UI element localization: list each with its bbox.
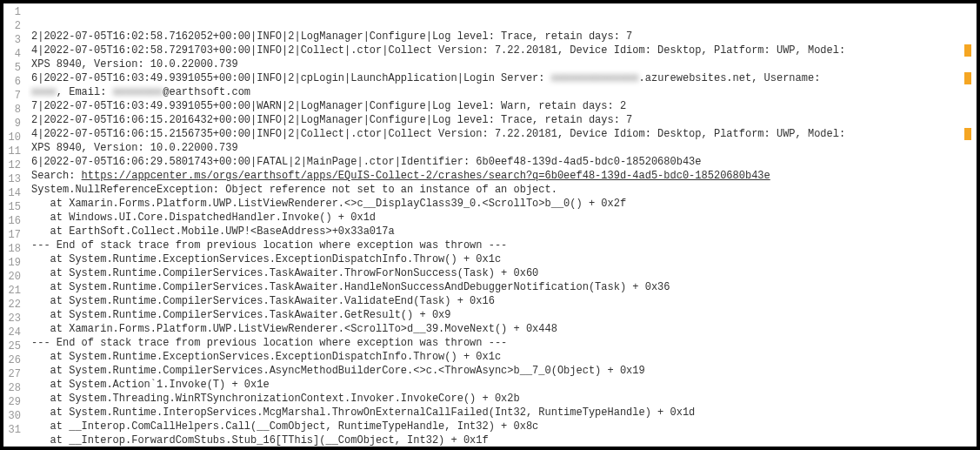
warning-marker-icon	[964, 44, 971, 57]
log-line: at System.Runtime.CompilerServices.TaskA…	[31, 308, 973, 322]
log-text: --- End of stack trace from previous loc…	[31, 239, 507, 252]
line-number: 24	[7, 326, 21, 339]
log-line: System.NullReferenceException: Object re…	[31, 183, 973, 197]
log-text: at System.Runtime.InteropServices.McgMar…	[31, 406, 695, 419]
log-line: --- End of stack trace from previous loc…	[31, 238, 973, 252]
search-link[interactable]: https://appcenter.ms/orgs/earthsoft/apps…	[82, 170, 770, 182]
line-number: 14	[7, 186, 21, 200]
line-number: 17	[7, 228, 21, 242]
log-text: at System.Runtime.ExceptionServices.Exce…	[31, 253, 501, 265]
log-text: at System.Runtime.CompilerServices.TaskA…	[31, 309, 450, 321]
log-text: at __Interop.ForwardComStubs.Stub_16[TTh…	[31, 434, 489, 447]
log-text: 2|2022-07-05T16:02:58.7162052+00:00|INFO…	[31, 30, 632, 43]
log-line: at System.Runtime.InteropServices.McgMar…	[31, 406, 973, 420]
log-text: .azurewebsites.net, Username:	[639, 72, 827, 84]
log-text: 2|2022-07-05T16:06:15.2016432+00:00|INFO…	[31, 114, 632, 126]
line-number: 13	[7, 172, 21, 186]
line-number: 11	[7, 144, 21, 158]
log-line: 6|2022-07-05T16:06:29.5801743+00:00|FATA…	[31, 155, 973, 169]
line-number: 7	[7, 89, 21, 103]
line-number: 12	[7, 158, 21, 172]
line-number: 16	[7, 214, 21, 228]
line-number: 5	[7, 61, 21, 75]
log-text: 6|2022-07-05T16:03:49.9391055+00:00|INFO…	[31, 72, 551, 84]
log-text: at __Interop.ComCallHelpers.Call(__ComOb…	[31, 420, 538, 433]
log-text: at Windows.UI.Core.DispatchedHandler.Inv…	[31, 212, 376, 224]
line-number: 9	[7, 117, 21, 131]
line-number-gutter: 1234567891011121314151617181920212223242…	[3, 3, 28, 447]
log-line: at System.Runtime.CompilerServices.TaskA…	[31, 266, 973, 280]
line-number: 20	[7, 270, 21, 284]
log-line: 6|2022-07-05T16:03:49.9391055+00:00|INFO…	[31, 71, 973, 85]
line-number: 6	[7, 75, 21, 89]
line-number: 23	[7, 312, 21, 326]
log-line: 2|2022-07-05T16:06:15.2016432+00:00|INFO…	[31, 113, 973, 127]
log-line: 4|2022-07-05T16:02:58.7291703+00:00|INFO…	[31, 44, 973, 57]
log-line: at __Interop.ComCallHelpers.Call(__ComOb…	[31, 420, 973, 433]
line-number: 30	[7, 409, 21, 423]
line-number: 29	[7, 395, 21, 409]
log-line: at System.Action`1.Invoke(T) + 0x1e	[31, 378, 973, 392]
log-text: at System.Threading.WinRTSynchronization…	[31, 393, 520, 405]
log-line: XPS 8940, Version: 10.0.22000.739	[31, 57, 973, 71]
log-line: at Windows.UI.Core.DispatchedHandler.Inv…	[31, 211, 973, 225]
line-number: 27	[7, 367, 21, 381]
line-number: 25	[7, 339, 21, 353]
line-number: 8	[7, 103, 21, 117]
log-text: at System.Runtime.ExceptionServices.Exce…	[31, 351, 501, 363]
redacted-text: xxxx	[31, 85, 57, 99]
log-text: @earthsoft.com	[163, 86, 250, 98]
log-line: at System.Runtime.ExceptionServices.Exce…	[31, 252, 973, 266]
log-line: 7|2022-07-05T16:03:49.9391055+00:00|WARN…	[31, 99, 973, 113]
log-content[interactable]: 2|2022-07-05T16:02:58.7162052+00:00|INFO…	[28, 3, 977, 447]
log-line: Search: https://appcenter.ms/orgs/earths…	[31, 169, 973, 183]
line-number: 15	[7, 200, 21, 214]
line-number: 18	[7, 242, 21, 256]
log-line: at Xamarin.Forms.Platform.UWP.ListViewRe…	[31, 197, 973, 211]
log-text: at System.Runtime.CompilerServices.TaskA…	[31, 281, 670, 293]
warning-marker-icon	[964, 128, 971, 140]
log-line: 2|2022-07-05T16:02:58.7162052+00:00|INFO…	[31, 30, 973, 44]
log-text: 6|2022-07-05T16:06:29.5801743+00:00|FATA…	[31, 156, 702, 168]
log-line: XPS 8940, Version: 10.0.22000.739	[31, 141, 973, 155]
log-text: 4|2022-07-05T16:02:58.7291703+00:00|INFO…	[31, 44, 851, 57]
line-number: 22	[7, 298, 21, 312]
log-text: 4|2022-07-05T16:06:15.2156735+00:00|INFO…	[31, 128, 851, 140]
redacted-text: xxxxxxxxxxxxxx	[551, 71, 639, 85]
line-number: 4	[7, 47, 21, 61]
log-line: --- End of stack trace from previous loc…	[31, 336, 973, 350]
log-text: at EarthSoft.Collect.Mobile.UWP!<BaseAdd…	[31, 225, 395, 238]
log-text: 7|2022-07-05T16:03:49.9391055+00:00|WARN…	[31, 100, 626, 112]
log-text: XPS 8940, Version: 10.0.22000.739	[31, 142, 238, 154]
log-text: Search:	[31, 170, 82, 182]
log-line: at System.Runtime.CompilerServices.Async…	[31, 364, 973, 378]
line-number: 26	[7, 353, 21, 367]
log-line: at System.Runtime.CompilerServices.TaskA…	[31, 280, 973, 294]
log-line: at System.Runtime.ExceptionServices.Exce…	[31, 350, 973, 364]
log-text: at Xamarin.Forms.Platform.UWP.ListViewRe…	[31, 198, 626, 210]
log-text: at System.Runtime.CompilerServices.Async…	[31, 365, 645, 377]
line-number: 3	[7, 33, 21, 47]
line-number: 28	[7, 381, 21, 395]
line-number: 21	[7, 284, 21, 298]
log-text: XPS 8940, Version: 10.0.22000.739	[31, 58, 238, 71]
log-line: 4|2022-07-05T16:06:15.2156735+00:00|INFO…	[31, 127, 973, 141]
redacted-text: xxxxxxxx	[113, 85, 163, 99]
log-text: at System.Action`1.Invoke(T) + 0x1e	[31, 379, 270, 391]
log-line: xxxx, Email: xxxxxxxx@earthsoft.com	[31, 85, 973, 99]
log-line: at System.Runtime.CompilerServices.TaskA…	[31, 294, 973, 308]
log-line: at System.Threading.WinRTSynchronization…	[31, 392, 973, 406]
log-viewer: 1234567891011121314151617181920212223242…	[3, 3, 977, 447]
log-text: , Email:	[57, 86, 113, 98]
log-text: --- End of stack trace from previous loc…	[31, 337, 507, 349]
log-text: System.NullReferenceException: Object re…	[31, 184, 557, 196]
line-number: 10	[7, 131, 21, 144]
log-text: at Xamarin.Forms.Platform.UWP.ListViewRe…	[31, 323, 557, 335]
log-text: at System.Runtime.CompilerServices.TaskA…	[31, 295, 495, 307]
line-number: 19	[7, 256, 21, 270]
line-number: 31	[7, 423, 21, 437]
line-number: 1	[7, 5, 21, 19]
log-line: at Xamarin.Forms.Platform.UWP.ListViewRe…	[31, 322, 973, 336]
log-line: at __Interop.ForwardComStubs.Stub_16[TTh…	[31, 433, 973, 447]
log-line: at EarthSoft.Collect.Mobile.UWP!<BaseAdd…	[31, 225, 973, 238]
